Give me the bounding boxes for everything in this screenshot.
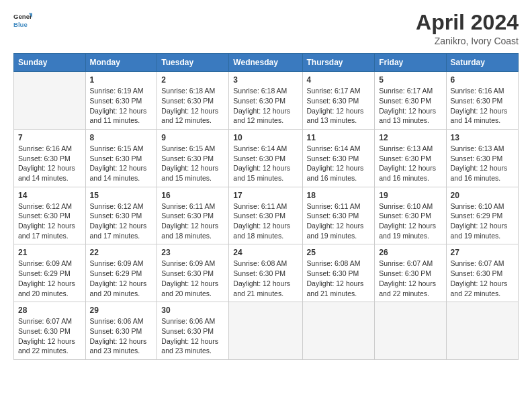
day-number: 16: [161, 191, 224, 200]
table-row: 3Sunrise: 6:18 AM Sunset: 6:30 PM Daylig…: [229, 72, 302, 130]
day-number: 8: [90, 133, 153, 142]
table-row: 22Sunrise: 6:09 AM Sunset: 6:29 PM Dayli…: [85, 244, 157, 302]
table-row: 19Sunrise: 6:10 AM Sunset: 6:30 PM Dayli…: [375, 187, 446, 244]
table-row: 4Sunrise: 6:17 AM Sunset: 6:30 PM Daylig…: [302, 72, 375, 130]
day-detail: Sunrise: 6:15 AM Sunset: 6:30 PM Dayligh…: [90, 144, 147, 182]
page: General Blue April 2024 Zanikro, Ivory C…: [0, 0, 532, 411]
day-detail: Sunrise: 6:17 AM Sunset: 6:30 PM Dayligh…: [379, 87, 436, 124]
day-number: 10: [233, 133, 298, 142]
table-row: 9Sunrise: 6:15 AM Sunset: 6:30 PM Daylig…: [157, 129, 229, 187]
day-number: 11: [307, 133, 371, 142]
table-row: 1Sunrise: 6:19 AM Sunset: 6:30 PM Daylig…: [85, 72, 157, 130]
title-block: April 2024 Zanikro, Ivory Coast: [416, 11, 519, 46]
calendar-week-3: 14Sunrise: 6:12 AM Sunset: 6:30 PM Dayli…: [14, 187, 519, 244]
day-number: 24: [233, 248, 298, 257]
table-row: 18Sunrise: 6:11 AM Sunset: 6:30 PM Dayli…: [302, 187, 375, 244]
day-number: 1: [90, 75, 153, 85]
day-detail: Sunrise: 6:07 AM Sunset: 6:30 PM Dayligh…: [379, 259, 436, 297]
day-number: 29: [90, 306, 153, 315]
table-row: 29Sunrise: 6:06 AM Sunset: 6:30 PM Dayli…: [85, 302, 157, 360]
calendar-week-2: 7Sunrise: 6:16 AM Sunset: 6:30 PM Daylig…: [14, 129, 519, 187]
table-row: 24Sunrise: 6:08 AM Sunset: 6:30 PM Dayli…: [229, 244, 302, 302]
table-row: 23Sunrise: 6:09 AM Sunset: 6:30 PM Dayli…: [157, 244, 229, 302]
day-detail: Sunrise: 6:07 AM Sunset: 6:30 PM Dayligh…: [18, 317, 75, 355]
day-number: 3: [233, 75, 298, 85]
day-detail: Sunrise: 6:07 AM Sunset: 6:30 PM Dayligh…: [451, 259, 508, 297]
day-number: 21: [18, 248, 81, 257]
table-row: 30Sunrise: 6:06 AM Sunset: 6:30 PM Dayli…: [157, 302, 229, 360]
table-row: 28Sunrise: 6:07 AM Sunset: 6:30 PM Dayli…: [14, 302, 86, 360]
day-number: 9: [161, 133, 224, 142]
day-detail: Sunrise: 6:09 AM Sunset: 6:30 PM Dayligh…: [161, 259, 218, 297]
weekday-header-sunday: Sunday: [14, 54, 86, 72]
table-row: [14, 72, 86, 130]
table-row: 2Sunrise: 6:18 AM Sunset: 6:30 PM Daylig…: [157, 72, 229, 130]
table-row: 17Sunrise: 6:11 AM Sunset: 6:30 PM Dayli…: [229, 187, 302, 244]
day-detail: Sunrise: 6:06 AM Sunset: 6:30 PM Dayligh…: [90, 317, 147, 355]
day-number: 4: [307, 75, 371, 85]
table-row: 13Sunrise: 6:13 AM Sunset: 6:30 PM Dayli…: [446, 129, 518, 187]
day-number: 28: [18, 306, 81, 315]
day-detail: Sunrise: 6:14 AM Sunset: 6:30 PM Dayligh…: [307, 144, 364, 182]
day-detail: Sunrise: 6:13 AM Sunset: 6:30 PM Dayligh…: [379, 144, 436, 182]
day-number: 12: [379, 133, 441, 142]
day-detail: Sunrise: 6:09 AM Sunset: 6:29 PM Dayligh…: [90, 259, 147, 297]
table-row: 5Sunrise: 6:17 AM Sunset: 6:30 PM Daylig…: [375, 72, 446, 130]
day-detail: Sunrise: 6:10 AM Sunset: 6:30 PM Dayligh…: [379, 202, 436, 240]
day-number: 6: [451, 75, 514, 85]
calendar-week-1: 1Sunrise: 6:19 AM Sunset: 6:30 PM Daylig…: [14, 72, 519, 130]
calendar-body: 1Sunrise: 6:19 AM Sunset: 6:30 PM Daylig…: [14, 72, 519, 360]
svg-text:Blue: Blue: [13, 21, 28, 28]
day-number: 7: [18, 133, 81, 142]
calendar-week-4: 21Sunrise: 6:09 AM Sunset: 6:29 PM Dayli…: [14, 244, 519, 302]
table-row: [302, 302, 375, 360]
table-row: 21Sunrise: 6:09 AM Sunset: 6:29 PM Dayli…: [14, 244, 86, 302]
table-row: 6Sunrise: 6:16 AM Sunset: 6:30 PM Daylig…: [446, 72, 518, 130]
day-detail: Sunrise: 6:18 AM Sunset: 6:30 PM Dayligh…: [233, 87, 290, 124]
table-row: 20Sunrise: 6:10 AM Sunset: 6:29 PM Dayli…: [446, 187, 518, 244]
table-row: 11Sunrise: 6:14 AM Sunset: 6:30 PM Dayli…: [302, 129, 375, 187]
weekday-header-row: SundayMondayTuesdayWednesdayThursdayFrid…: [14, 54, 519, 72]
table-row: 27Sunrise: 6:07 AM Sunset: 6:30 PM Dayli…: [446, 244, 518, 302]
day-detail: Sunrise: 6:17 AM Sunset: 6:30 PM Dayligh…: [307, 87, 364, 124]
calendar-header: SundayMondayTuesdayWednesdayThursdayFrid…: [14, 54, 519, 72]
table-row: 12Sunrise: 6:13 AM Sunset: 6:30 PM Dayli…: [375, 129, 446, 187]
day-detail: Sunrise: 6:16 AM Sunset: 6:30 PM Dayligh…: [18, 144, 75, 182]
table-row: [229, 302, 302, 360]
day-detail: Sunrise: 6:08 AM Sunset: 6:30 PM Dayligh…: [233, 259, 290, 297]
day-detail: Sunrise: 6:11 AM Sunset: 6:30 PM Dayligh…: [307, 202, 364, 240]
table-row: 16Sunrise: 6:11 AM Sunset: 6:30 PM Dayli…: [157, 187, 229, 244]
table-row: 25Sunrise: 6:08 AM Sunset: 6:30 PM Dayli…: [302, 244, 375, 302]
day-detail: Sunrise: 6:10 AM Sunset: 6:29 PM Dayligh…: [451, 202, 508, 240]
table-row: [446, 302, 518, 360]
day-detail: Sunrise: 6:12 AM Sunset: 6:30 PM Dayligh…: [18, 202, 75, 240]
logo: General Blue: [13, 11, 32, 30]
table-row: 7Sunrise: 6:16 AM Sunset: 6:30 PM Daylig…: [14, 129, 86, 187]
day-detail: Sunrise: 6:11 AM Sunset: 6:30 PM Dayligh…: [233, 202, 290, 240]
logo-icon: General Blue: [13, 11, 32, 30]
day-detail: Sunrise: 6:19 AM Sunset: 6:30 PM Dayligh…: [90, 87, 147, 124]
day-number: 2: [161, 75, 224, 85]
table-row: 10Sunrise: 6:14 AM Sunset: 6:30 PM Dayli…: [229, 129, 302, 187]
day-number: 15: [90, 191, 153, 200]
weekday-header-saturday: Saturday: [446, 54, 518, 72]
day-number: 26: [379, 248, 441, 257]
day-number: 17: [233, 191, 298, 200]
weekday-header-monday: Monday: [85, 54, 157, 72]
table-row: 8Sunrise: 6:15 AM Sunset: 6:30 PM Daylig…: [85, 129, 157, 187]
calendar: SundayMondayTuesdayWednesdayThursdayFrid…: [13, 53, 519, 360]
main-title: April 2024: [416, 11, 519, 34]
day-number: 5: [379, 75, 441, 85]
day-detail: Sunrise: 6:11 AM Sunset: 6:30 PM Dayligh…: [161, 202, 218, 240]
table-row: 14Sunrise: 6:12 AM Sunset: 6:30 PM Dayli…: [14, 187, 86, 244]
day-detail: Sunrise: 6:09 AM Sunset: 6:29 PM Dayligh…: [18, 259, 75, 297]
day-detail: Sunrise: 6:12 AM Sunset: 6:30 PM Dayligh…: [90, 202, 147, 240]
day-number: 22: [90, 248, 153, 257]
day-number: 14: [18, 191, 81, 200]
day-number: 18: [307, 191, 371, 200]
table-row: 26Sunrise: 6:07 AM Sunset: 6:30 PM Dayli…: [375, 244, 446, 302]
day-number: 13: [451, 133, 514, 142]
weekday-header-tuesday: Tuesday: [157, 54, 229, 72]
day-number: 19: [379, 191, 441, 200]
day-detail: Sunrise: 6:13 AM Sunset: 6:30 PM Dayligh…: [451, 144, 508, 182]
